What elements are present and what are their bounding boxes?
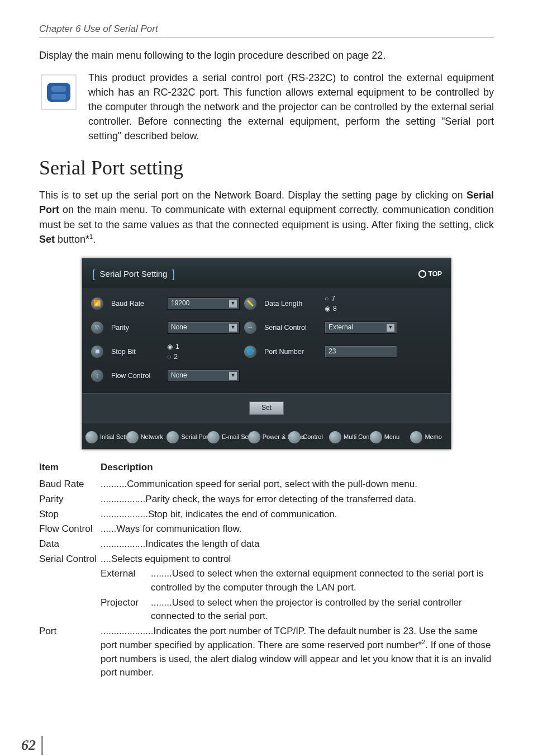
tab-multi-control[interactable]: Multi Control (328, 430, 368, 445)
parity-select[interactable]: None (167, 322, 240, 334)
svg-rect-2 (51, 86, 66, 92)
data-length-label: Data Length (264, 299, 320, 309)
chapter-header: Chapter 6 Use of Serial Port (39, 22, 494, 38)
data-length-radio[interactable]: 7 8 (325, 294, 397, 314)
tab-menu[interactable]: Menu (369, 430, 408, 445)
tab-power-status[interactable]: Power & Status (247, 430, 287, 445)
col-description: Description (101, 461, 153, 475)
data-length-icon: 📏 (244, 297, 256, 310)
serial-control-label: Serial Control (264, 323, 320, 333)
tab-initial-setting[interactable]: Initial Setting (84, 430, 124, 445)
serial-control-select[interactable]: External (325, 322, 397, 334)
tab-memo[interactable]: Memo (409, 430, 449, 445)
port-number-icon: 🌐 (244, 346, 256, 358)
tab-control[interactable]: Control (287, 430, 327, 445)
serial-port-icon (39, 73, 78, 112)
tab-network[interactable]: Network (125, 430, 165, 445)
intro-line-1: Display the main menu following to the l… (39, 48, 494, 63)
stop-bit-radio[interactable]: 1 2 (167, 342, 240, 362)
top-link[interactable]: TOP (418, 270, 442, 279)
flow-control-select[interactable]: None (167, 370, 240, 382)
intro-paragraph: This product provides a serial control p… (88, 70, 494, 143)
set-button[interactable]: Set (249, 401, 284, 415)
body-paragraph: This is to set up the serial port on the… (39, 188, 494, 246)
flow-control-icon: ↕ (91, 370, 103, 382)
baud-rate-icon: 📶 (91, 297, 103, 310)
baud-rate-label: Baud Rate (111, 299, 163, 309)
parity-icon: ⚖ (91, 322, 103, 334)
flow-control-label: Flow Control (111, 371, 163, 381)
section-heading: Serial Port setting (39, 153, 494, 182)
page-number: 62 (21, 736, 43, 755)
settings-screenshot: [ Serial Port Setting ] TOP 📶 Baud Rate … (82, 258, 451, 450)
svg-rect-3 (51, 94, 66, 100)
tab-serial-port[interactable]: Serial Port (165, 430, 205, 445)
port-number-label: Port Number (264, 347, 320, 357)
stop-bit-icon: ⏹ (91, 346, 103, 358)
serial-control-icon: ↔ (244, 322, 256, 334)
definitions-table: Item Description Baud Rate..........Comm… (39, 461, 494, 680)
tab-email-setting[interactable]: E-mail Setting (206, 430, 246, 445)
panel-title: [ Serial Port Setting ] (92, 266, 175, 282)
parity-label: Parity (111, 323, 163, 333)
port-number-input[interactable]: 23 (325, 346, 397, 358)
stop-bit-label: Stop Bit (111, 347, 163, 357)
baud-rate-select[interactable]: 19200 (167, 297, 240, 310)
col-item: Item (39, 461, 101, 475)
